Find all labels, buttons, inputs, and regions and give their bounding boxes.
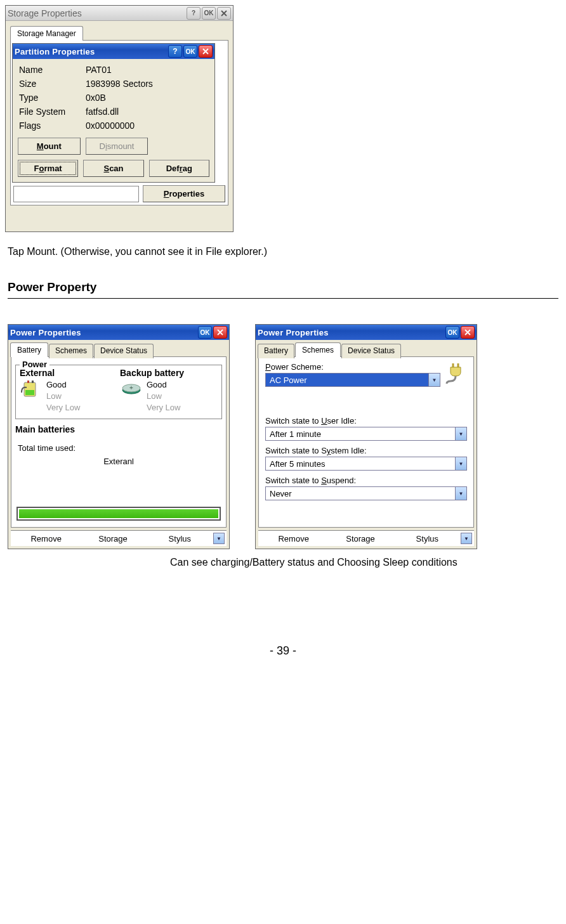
svg-rect-2 <box>32 381 34 383</box>
prop-row-filesystem: File Systemfatfsd.dll <box>19 105 208 119</box>
button-row-2: Format Scan Defrag <box>13 157 214 182</box>
mount-button[interactable]: Mount <box>18 138 81 155</box>
chevron-down-icon: ▼ <box>455 487 466 500</box>
system-idle-row: Switch state to System Idle: After 5 min… <box>265 446 467 471</box>
label: File System <box>19 107 86 117</box>
window-title: Storage Properties <box>8 8 185 18</box>
scheme-select[interactable]: AC Power ▼ <box>265 373 440 387</box>
partition-body: NamePAT01 Size1983998 Sectors Type0x0B F… <box>13 59 214 182</box>
caption: Can see charging/Battery status and Choo… <box>5 557 561 568</box>
footer-storage[interactable]: Storage <box>79 534 146 543</box>
scheme-label: Power Scheme: <box>265 362 440 372</box>
close-icon <box>464 329 471 335</box>
tab-pane: Partition Properties ? OK NamePAT01 Size… <box>10 40 228 205</box>
ok-button[interactable]: OK <box>183 45 197 58</box>
tab-battery[interactable]: Battery <box>10 342 48 357</box>
schemes-body: Power Scheme: AC Power ▼ Switch state to… <box>258 356 474 528</box>
footer-remove[interactable]: Remove <box>13 534 79 543</box>
user-idle-label: Switch state to User Idle: <box>265 416 467 426</box>
partition-properties-window: Partition Properties ? OK NamePAT01 Size… <box>12 43 215 183</box>
label: Flags <box>19 120 86 131</box>
status-vlow: Very Low <box>46 402 80 413</box>
tab-battery[interactable]: Battery <box>258 344 294 358</box>
status-vlow: Very Low <box>147 402 180 413</box>
tab-schemes[interactable]: Schemes <box>295 342 341 357</box>
footer-stylus[interactable]: Stylus <box>147 534 213 543</box>
user-idle-select[interactable]: After 1 minute ▼ <box>265 427 467 441</box>
suspend-label: Switch state to Suspend: <box>265 476 467 485</box>
value: 0x0B <box>86 93 208 103</box>
power-property-heading: Power Property <box>5 261 561 298</box>
dismount-button[interactable]: Dismount <box>86 138 148 155</box>
scheme-row: Power Scheme: AC Power ▼ <box>265 362 467 387</box>
mount-instruction: Tap Mount. (Otherwise, you cannot see it… <box>5 242 561 261</box>
property-table: NamePAT01 Size1983998 Sectors Type0x0B F… <box>13 59 214 135</box>
button-row-1: Mount Dismount <box>13 135 214 157</box>
scheme-top: Power Scheme: AC Power ▼ <box>265 362 467 387</box>
svg-text:+: + <box>129 384 133 391</box>
titlebar: Power Properties OK <box>256 325 477 340</box>
two-col: External Good Low Very Low <box>20 368 218 413</box>
backup-heading: Backup battery <box>120 368 218 378</box>
tab-storage-manager[interactable]: Storage Manager <box>10 26 83 41</box>
close-button[interactable] <box>213 326 227 339</box>
tab-device-status[interactable]: Device Status <box>341 344 401 358</box>
close-button[interactable] <box>217 7 231 20</box>
titlebar: Power Properties OK <box>8 325 229 340</box>
close-button[interactable] <box>199 45 213 58</box>
power-properties-battery-window: Power Properties OK Battery Schemes Devi… <box>8 324 230 549</box>
ok-button[interactable]: OK <box>202 7 216 20</box>
prop-row-type: Type0x0B <box>19 91 208 105</box>
select-value: AC Power <box>266 374 428 386</box>
ok-button[interactable]: OK <box>198 326 212 339</box>
help-button[interactable]: ? <box>168 45 182 58</box>
chevron-down-icon[interactable]: ▼ <box>213 533 225 544</box>
scan-button[interactable]: Scan <box>83 160 143 177</box>
chevron-down-icon[interactable]: ▼ <box>461 533 472 544</box>
divider <box>8 298 558 299</box>
power-screenshots-row: Power Properties OK Battery Schemes Devi… <box>5 324 561 549</box>
user-idle-row: Switch state to User Idle: After 1 minut… <box>265 416 467 441</box>
select-value: After 1 minute <box>266 427 455 440</box>
ok-button[interactable]: OK <box>445 326 459 339</box>
chevron-down-icon: ▼ <box>455 457 466 470</box>
close-icon <box>221 10 227 16</box>
close-button[interactable] <box>461 326 475 339</box>
main-batteries: Main batteries Total time used: Exteranl <box>15 424 222 521</box>
footer-stylus[interactable]: Stylus <box>394 534 461 543</box>
footer-remove[interactable]: Remove <box>260 534 327 543</box>
footer-list[interactable]: Remove Storage Stylus ▼ <box>11 530 227 546</box>
suspend-select[interactable]: Never ▼ <box>265 486 467 500</box>
status-lines: Good Low Very Low <box>46 379 80 413</box>
tab-device-status[interactable]: Device Status <box>94 344 154 358</box>
prop-row-name: NamePAT01 <box>19 63 208 77</box>
external-status: Good Low Very Low <box>20 379 117 413</box>
external-label: Exteranl <box>15 457 222 466</box>
status-low: Low <box>46 391 80 402</box>
tabstrip: Battery Schemes Device Status <box>8 340 229 356</box>
page-number: - 39 - <box>5 644 561 658</box>
prop-row-flags: Flags0x00000000 <box>19 119 208 133</box>
tab-schemes[interactable]: Schemes <box>49 344 93 358</box>
footer-list[interactable]: Remove Storage Stylus ▼ <box>258 530 474 546</box>
backup-col: Backup battery + Good Low Very Low <box>120 368 218 413</box>
footer-storage[interactable]: Storage <box>327 534 393 543</box>
close-icon <box>217 329 223 335</box>
titlebar: Storage Properties ? OK <box>6 6 233 21</box>
status-low: Low <box>147 391 180 402</box>
plug-icon <box>444 362 467 385</box>
status-lines: Good Low Very Low <box>147 379 180 413</box>
label: Name <box>19 65 86 75</box>
system-idle-select[interactable]: After 5 minutes ▼ <box>265 457 467 471</box>
bottom-pad <box>6 210 233 231</box>
help-button[interactable]: ? <box>187 7 201 20</box>
properties-button[interactable]: Properties <box>143 185 225 202</box>
status-good: Good <box>46 379 80 391</box>
prop-row-size: Size1983998 Sectors <box>19 77 208 91</box>
blank-field <box>13 186 139 202</box>
value: fatfsd.dll <box>86 107 208 117</box>
defrag-button[interactable]: Defrag <box>149 160 209 177</box>
window-title: Partition Properties <box>15 47 167 56</box>
format-button[interactable]: Format <box>18 160 78 177</box>
system-idle-label: Switch state to System Idle: <box>265 446 467 455</box>
